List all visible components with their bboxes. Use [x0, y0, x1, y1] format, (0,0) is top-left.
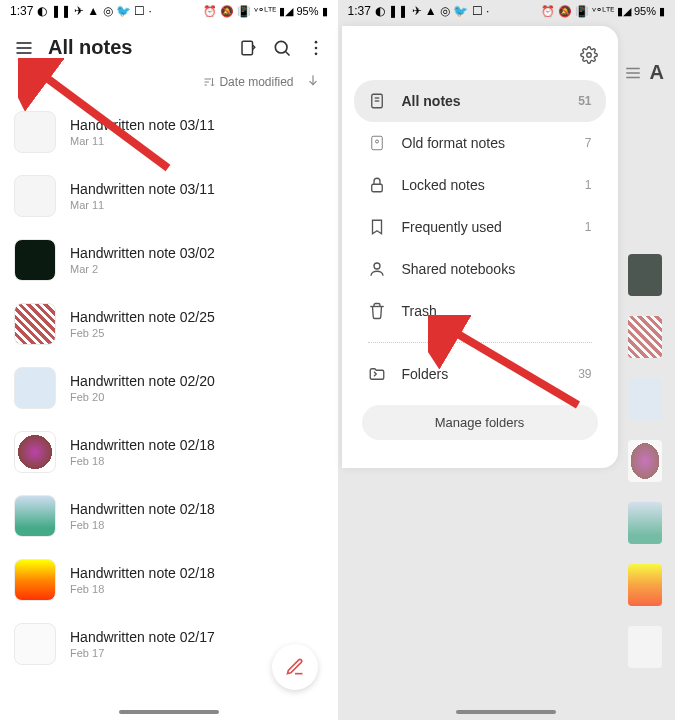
drawer-item-count: 7: [585, 136, 592, 150]
nav-bar-handle[interactable]: [456, 710, 556, 714]
page-title: All notes: [48, 36, 224, 59]
old-format-icon: [368, 134, 386, 152]
drawer-divider: [368, 342, 592, 343]
note-date: Feb 18: [70, 583, 324, 595]
note-date: Feb 18: [70, 519, 324, 531]
lock-icon: [368, 176, 386, 194]
note-thumbnail: [14, 175, 56, 217]
note-date: Feb 18: [70, 455, 324, 467]
manage-folders-button[interactable]: Manage folders: [362, 405, 598, 440]
trash-icon: [368, 302, 386, 320]
shared-icon: [368, 260, 386, 278]
drawer-item-count: 39: [578, 367, 591, 381]
peek-thumbnail: [628, 502, 662, 544]
note-thumbnail: [14, 431, 56, 473]
battery-percent: 95%: [634, 5, 656, 17]
note-title: Handwritten note 03/11: [70, 117, 324, 133]
note-thumbnail: [14, 367, 56, 409]
more-icon[interactable]: [306, 38, 326, 58]
status-bar: 1:37 ◐ ❚❚ ✈ ▲ ◎ 🐦 ☐ · ⏰ 🔕 📳 ᵛᵒᴸᵀᴱ ▮◢ 95%…: [338, 0, 676, 22]
note-item[interactable]: Handwritten note 03/11Mar 11: [14, 100, 324, 164]
app-bar: All notes: [0, 22, 338, 69]
phone-screen-drawer: 1:37 ◐ ❚❚ ✈ ▲ ◎ 🐦 ☐ · ⏰ 🔕 📳 ᵛᵒᴸᵀᴱ ▮◢ 95%…: [338, 0, 676, 720]
svg-point-7: [314, 46, 317, 49]
status-left-icons: ◐ ❚❚ ✈ ▲ ◎ 🐦 ☐ ·: [375, 4, 490, 18]
svg-rect-3: [242, 41, 253, 55]
drawer-item-label: Folders: [402, 366, 563, 382]
note-thumbnail: [14, 239, 56, 281]
note-item[interactable]: Handwritten note 02/18Feb 18: [14, 484, 324, 548]
note-item[interactable]: Handwritten note 02/20Feb 20: [14, 356, 324, 420]
note-date: Feb 25: [70, 327, 324, 339]
note-item[interactable]: Handwritten note 02/18Feb 18: [14, 420, 324, 484]
status-bar: 1:37 ◐ ❚❚ ✈ ▲ ◎ 🐦 ☐ · ⏰ 🔕 📳 ᵛᵒᴸᵀᴱ ▮◢ 95%…: [0, 0, 338, 22]
drawer-item-label: Shared notebooks: [402, 261, 576, 277]
behind-content: A: [618, 45, 676, 668]
note-thumbnail: [14, 623, 56, 665]
drawer-item-label: Locked notes: [402, 177, 569, 193]
svg-line-5: [285, 51, 289, 55]
bookmark-icon: [368, 218, 386, 236]
note-title: Handwritten note 02/20: [70, 373, 324, 389]
note-date: Mar 11: [70, 135, 324, 147]
note-date: Feb 20: [70, 391, 324, 403]
status-left-icons: ◐ ❚❚ ✈ ▲ ◎ 🐦 ☐ ·: [37, 4, 152, 18]
notes-icon: [368, 92, 386, 110]
svg-point-6: [314, 40, 317, 43]
drawer-item-count: 1: [585, 178, 592, 192]
note-title: Handwritten note 03/02: [70, 245, 324, 261]
drawer-item-frequent[interactable]: Frequently used 1: [354, 206, 606, 248]
search-icon[interactable]: [272, 38, 292, 58]
sort-toggle[interactable]: Date modified: [203, 75, 293, 89]
battery-percent: 95%: [296, 5, 318, 17]
drawer-item-all-notes[interactable]: All notes 51: [354, 80, 606, 122]
pdf-icon[interactable]: [238, 38, 258, 58]
drawer-item-label: Frequently used: [402, 219, 569, 235]
phone-screen-list: 1:37 ◐ ❚❚ ✈ ▲ ◎ 🐦 ☐ · ⏰ 🔕 📳 ᵛᵒᴸᵀᴱ ▮◢ 95%…: [0, 0, 338, 720]
note-item[interactable]: Handwritten note 02/25Feb 25: [14, 292, 324, 356]
title-fragment: A: [650, 61, 664, 84]
svg-rect-21: [371, 184, 382, 192]
sort-direction-icon[interactable]: [306, 73, 320, 90]
note-title: Handwritten note 03/11: [70, 181, 324, 197]
note-date: Mar 11: [70, 199, 324, 211]
drawer-item-locked[interactable]: Locked notes 1: [354, 164, 606, 206]
note-item[interactable]: Handwritten note 02/18Feb 18: [14, 548, 324, 612]
note-title: Handwritten note 02/18: [70, 565, 324, 581]
drawer-item-count: 51: [578, 94, 591, 108]
folder-icon: [368, 365, 386, 383]
status-time: 1:37: [348, 4, 371, 18]
note-item[interactable]: Handwritten note 03/11Mar 11: [14, 164, 324, 228]
svg-point-8: [314, 52, 317, 55]
note-item[interactable]: Handwritten note 03/02Mar 2: [14, 228, 324, 292]
peek-thumbnail: [628, 254, 662, 296]
note-title: Handwritten note 02/18: [70, 501, 324, 517]
note-thumbnail: [14, 495, 56, 537]
status-right-icons: ⏰ 🔕 📳 ᵛᵒᴸᵀᴱ ▮◢ 95% ▮: [541, 5, 665, 18]
note-title: Handwritten note 02/18: [70, 437, 324, 453]
sort-row: Date modified: [0, 69, 338, 100]
manage-folders-label: Manage folders: [435, 415, 525, 430]
drawer-item-folders[interactable]: Folders 39: [354, 353, 606, 395]
drawer-item-label: Trash: [402, 303, 592, 319]
settings-icon[interactable]: [580, 46, 598, 64]
note-title: Handwritten note 02/17: [70, 629, 324, 645]
svg-point-4: [275, 41, 287, 53]
note-thumbnail: [14, 559, 56, 601]
compose-fab[interactable]: [272, 644, 318, 690]
drawer-item-trash[interactable]: Trash: [354, 290, 606, 332]
note-list[interactable]: Handwritten note 03/11Mar 11 Handwritten…: [0, 100, 338, 676]
menu-icon[interactable]: [14, 38, 34, 58]
drawer-item-old-format[interactable]: Old format notes 7: [354, 122, 606, 164]
svg-point-20: [375, 140, 378, 143]
status-time: 1:37: [10, 4, 33, 18]
peek-thumbnail: [628, 626, 662, 668]
drawer-item-shared[interactable]: Shared notebooks: [354, 248, 606, 290]
nav-bar-handle[interactable]: [119, 710, 219, 714]
svg-point-15: [586, 53, 591, 58]
note-thumbnail: [14, 303, 56, 345]
peek-thumbnail: [628, 378, 662, 420]
status-right-icons: ⏰ 🔕 📳 ᵛᵒᴸᵀᴱ ▮◢ 95% ▮: [203, 5, 327, 18]
note-title: Handwritten note 02/25: [70, 309, 324, 325]
note-date: Mar 2: [70, 263, 324, 275]
